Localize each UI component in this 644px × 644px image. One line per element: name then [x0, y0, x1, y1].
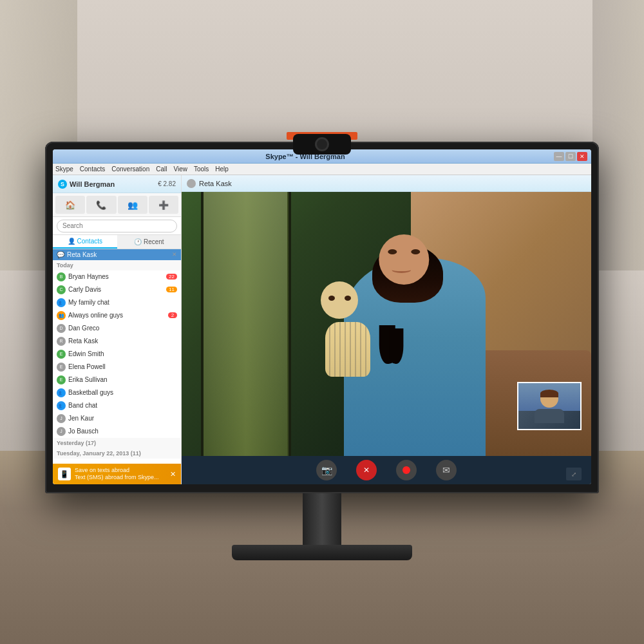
banner-text: Save on texts abroad Text (SMS) abroad f… [75, 467, 166, 481]
add-button[interactable]: ➕ [149, 196, 178, 214]
contact-item-basketball[interactable]: 👥 Basketball guys [53, 386, 181, 399]
contacts-icon: 👤 [68, 238, 75, 245]
contact-name-elena: Elena Powell [68, 363, 177, 370]
baby-clothes [325, 322, 370, 377]
contact-item-band[interactable]: 👥 Band chat [53, 399, 181, 412]
section-tuesday: Tuesday, January 22, 2013 (11) [53, 448, 181, 459]
close-contact-button[interactable]: ✕ [172, 251, 177, 258]
man-figure [535, 390, 564, 423]
tab-contacts[interactable]: 👤 Contacts [53, 235, 117, 249]
curtain-right [592, 0, 644, 270]
add-contact-button[interactable]: 👥 [118, 196, 147, 214]
call-controls: 📷 ✕ ✉ ⤢ [182, 456, 591, 484]
contact-item-jo[interactable]: J Jo Bausch [53, 425, 181, 438]
contact-item-jen[interactable]: J Jen Kaur [53, 412, 181, 425]
monitor: Skype™ - Will Bergman — ☐ ✕ Skype Contac… [45, 142, 599, 560]
avatar-reta: R [57, 337, 66, 346]
avatar-erika: E [57, 375, 66, 384]
avatar-elena: E [57, 363, 66, 372]
message-icon-active: 💬 [57, 251, 64, 258]
monitor-screen: Skype™ - Will Bergman — ☐ ✕ Skype Contac… [53, 149, 591, 484]
menu-conversation[interactable]: Conversation [111, 166, 149, 173]
menu-view[interactable]: View [173, 166, 187, 173]
sidebar-tabs: 👤 Contacts 🕐 Recent [53, 235, 181, 249]
badge-carly: 11 [166, 287, 177, 292]
active-contact-item[interactable]: 💬 Reta Kask ✕ [53, 249, 181, 260]
contact-name-basketball: Basketball guys [68, 389, 177, 396]
call-button[interactable]: 📞 [86, 196, 116, 214]
badge-bryan: 22 [166, 274, 177, 279]
end-call-button[interactable]: ✕ [356, 460, 377, 480]
baby-head [321, 281, 358, 319]
banner-close-button[interactable]: ✕ [170, 470, 176, 478]
contact-item-dan[interactable]: D Dan Greco [53, 322, 181, 335]
clock-icon: 🕐 [134, 238, 142, 245]
contact-item-carly[interactable]: C Carly Davis 11 [53, 283, 181, 296]
menu-help[interactable]: Help [215, 166, 229, 173]
message-button[interactable]: ✉ [436, 460, 457, 480]
menu-contacts[interactable]: Contacts [80, 166, 105, 173]
avatar-bryan: B [57, 272, 66, 281]
contact-item-bryan[interactable]: B Bryan Haynes 22 [53, 270, 181, 283]
nav-icons: 🏠 📞 👥 ➕ [53, 193, 181, 217]
sms-icon: 📱 [58, 468, 71, 480]
user-header: S Will Bergman € 2.82 [53, 175, 181, 193]
contact-item-erika[interactable]: E Erika Sullivan [53, 374, 181, 386]
man-torso [535, 409, 564, 423]
menu-call[interactable]: Call [156, 166, 167, 173]
contact-list: 💬 Reta Kask ✕ Today B Bryan Haynes 22 [53, 249, 181, 464]
record-dot-icon [402, 466, 410, 474]
monitor-stand-neck [303, 493, 341, 545]
call-header: Reta Kask [182, 175, 591, 192]
recent-tab-label: Recent [144, 238, 164, 245]
window-controls: — ☐ ✕ [554, 152, 587, 161]
contact-name-family: My family chat [68, 299, 177, 306]
expand-button[interactable]: ⤢ [566, 468, 582, 480]
contact-item-elena[interactable]: E Elena Powell [53, 361, 181, 374]
avatar-carly: C [57, 285, 66, 294]
tab-recent[interactable]: 🕐 Recent [117, 235, 182, 249]
avatar-edwin: E [57, 350, 66, 359]
inset-bg [518, 383, 580, 429]
avatar-jo: J [57, 427, 66, 436]
maximize-button[interactable]: ☐ [565, 152, 576, 161]
baby-eye-right [345, 296, 351, 301]
contact-name-carly: Carly Davis [68, 286, 164, 293]
home-button[interactable]: 🏠 [55, 196, 85, 214]
man-hair [540, 390, 558, 397]
call-contact-name: Reta Kask [199, 180, 232, 187]
camera-toggle-button[interactable]: 📷 [316, 460, 337, 480]
woman-face [379, 234, 429, 285]
username: Will Bergman [70, 180, 115, 188]
minimize-button[interactable]: — [554, 152, 564, 161]
video-area [182, 192, 591, 456]
user-info: S Will Bergman [58, 180, 115, 189]
monitor-stand-base [232, 545, 412, 560]
right-panel: Reta Kask [182, 175, 591, 484]
menu-bar: Skype Contacts Conversation Call View To… [53, 164, 591, 175]
baby-eye-left [328, 296, 335, 301]
webcam [293, 134, 351, 155]
menu-tools[interactable]: Tools [194, 166, 209, 173]
avatar-band: 👥 [57, 401, 66, 410]
contact-item-edwin[interactable]: E Edwin Smith [53, 348, 181, 361]
contact-name-bryan: Bryan Haynes [68, 273, 164, 280]
contact-name-always: Always online guys [68, 312, 166, 319]
skype-window: Skype™ - Will Bergman — ☐ ✕ Skype Contac… [53, 149, 591, 484]
main-video [182, 192, 591, 456]
contact-item-always[interactable]: 👥 Always online guys 2 [53, 309, 181, 322]
search-input[interactable] [57, 220, 177, 232]
hair-side-right [389, 328, 403, 364]
close-button[interactable]: ✕ [577, 152, 587, 161]
avatar-family: 👥 [57, 298, 66, 307]
avatar-dan: D [57, 324, 66, 333]
monitor-body: Skype™ - Will Bergman — ☐ ✕ Skype Contac… [45, 142, 599, 493]
sms-banner[interactable]: 📱 Save on texts abroad Text (SMS) abroad… [53, 464, 181, 484]
contact-name-erika: Erika Sullivan [68, 376, 177, 383]
contact-item-reta[interactable]: R Reta Kask [53, 335, 181, 348]
sidebar: S Will Bergman € 2.82 🏠 📞 👥 ➕ [53, 175, 182, 484]
menu-skype[interactable]: Skype [55, 166, 73, 173]
contact-item-family[interactable]: 👥 My family chat [53, 296, 181, 309]
record-button[interactable] [396, 460, 417, 480]
contact-name-reta: Reta Kask [68, 337, 177, 345]
